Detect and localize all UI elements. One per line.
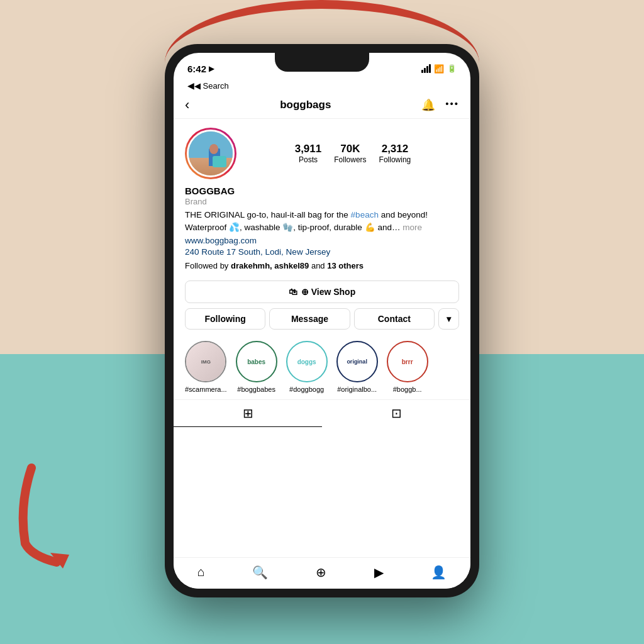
following-button[interactable]: Following	[185, 308, 265, 330]
back-navigation[interactable]: ◀ ◀ Search	[174, 80, 470, 94]
dropdown-icon: ▾	[447, 314, 451, 324]
posts-stat[interactable]: 3,911 Posts	[295, 143, 322, 164]
display-name: BOGGBAG	[185, 186, 459, 196]
highlight-circle: original	[336, 341, 378, 382]
grid-icon: ⊞	[243, 406, 253, 421]
tag-icon: ⊡	[391, 406, 402, 421]
avatar	[187, 130, 235, 177]
highlight-label: #scammera...	[185, 386, 227, 393]
profile-category: Brand	[185, 197, 459, 206]
message-label: Message	[291, 314, 328, 324]
notification-bell-icon[interactable]: 🔔	[421, 98, 435, 112]
address: 240 Route 17 South, Lodi, New Jersey	[185, 247, 459, 258]
followers-count: 70K	[334, 143, 366, 155]
highlight-item[interactable]: babes #boggbabes	[236, 341, 277, 393]
back-button[interactable]: ‹	[185, 97, 189, 113]
highlight-circle: brrr	[387, 341, 428, 382]
profile-tab[interactable]: 👤	[431, 565, 447, 580]
profile-bio: BOGGBAG Brand THE ORIGINAL go-to, haul-i…	[174, 186, 470, 277]
follower-2[interactable]: ashkel89	[274, 261, 309, 270]
shop-icon: 🛍	[289, 287, 297, 297]
followed-by: Followed by drakehmh, ashkel89 and 13 ot…	[185, 261, 459, 270]
search-tab[interactable]: 🔍	[252, 565, 268, 580]
highlight-item[interactable]: original #originalbo...	[336, 341, 378, 393]
highlight-label: #boggbabes	[237, 386, 275, 393]
battery-icon: 🔋	[447, 64, 457, 73]
signal-icon	[421, 64, 431, 73]
following-label: Following	[379, 155, 411, 164]
following-label: Following	[205, 314, 246, 324]
highlight-text: original	[347, 358, 367, 365]
followers-label: Followers	[334, 155, 366, 164]
contact-button[interactable]: Contact	[354, 308, 435, 330]
followers-stat[interactable]: 70K Followers	[334, 143, 366, 164]
highlight-label: #originalbo...	[337, 386, 377, 393]
highlight-circle: babes	[236, 341, 277, 382]
phone-frame: 6:42 ▶ 📶 🔋 ◀ ◀ Search ‹ boggbags	[165, 44, 479, 597]
highlight-text: babes	[247, 358, 265, 365]
avatar-container[interactable]	[185, 128, 236, 179]
back-label: ◀ Search	[194, 81, 229, 91]
action-buttons: 🛍 ⊕ View Shop Following Message Contact …	[174, 277, 470, 335]
highlight-label: #boggb...	[393, 386, 422, 393]
new-post-tab[interactable]: ⊕	[316, 565, 326, 580]
tagged-tab[interactable]: ⊡	[322, 400, 470, 427]
view-shop-label: ⊕ View Shop	[301, 287, 355, 297]
reels-tab[interactable]: ▶	[374, 565, 384, 580]
profile-stats: 3,911 Posts 70K Followers 2,312 Followin…	[247, 143, 459, 164]
status-time: 6:42 ▶	[187, 64, 214, 74]
phone-screen: 6:42 ▶ 📶 🔋 ◀ ◀ Search ‹ boggbags	[174, 53, 470, 589]
follow-row: Following Message Contact ▾	[185, 308, 459, 330]
profile-scroll-area: 3,911 Posts 70K Followers 2,312 Followin…	[174, 119, 470, 564]
content-tabs: ⊞ ⊡	[174, 399, 470, 427]
time-display: 6:42	[187, 64, 206, 74]
more-options-icon[interactable]: •••	[445, 98, 459, 112]
avatar-photo	[189, 131, 233, 175]
website-link[interactable]: www.boggbag.com	[185, 236, 459, 245]
highlight-label: #doggbogg	[289, 386, 324, 393]
dropdown-button[interactable]: ▾	[438, 308, 459, 330]
location-icon: ▶	[209, 65, 214, 73]
highlight-circle: doggs	[286, 341, 328, 382]
more-link[interactable]: more	[402, 223, 422, 232]
message-button[interactable]: Message	[269, 308, 350, 330]
posts-label: Posts	[295, 155, 322, 164]
highlight-item[interactable]: brrr #boggb...	[387, 341, 428, 393]
highlight-circle: IMG	[185, 341, 226, 382]
arrow-decoration	[13, 455, 138, 569]
status-icons: 📶 🔋	[421, 64, 457, 74]
profile-header: 3,911 Posts 70K Followers 2,312 Followin…	[174, 119, 470, 186]
story-highlights: IMG #scammera... babes #boggbabes doggs	[174, 335, 470, 399]
bottom-tab-bar: ⌂ 🔍 ⊕ ▶ 👤	[174, 557, 470, 589]
home-tab[interactable]: ⌂	[197, 565, 205, 579]
highlight-item[interactable]: IMG #scammera...	[185, 341, 227, 393]
following-count: 2,312	[379, 143, 411, 155]
wifi-icon: 📶	[434, 64, 444, 74]
nav-right-icons: 🔔 •••	[421, 98, 459, 112]
posts-count: 3,911	[295, 143, 322, 155]
highlight-item[interactable]: doggs #doggbogg	[286, 341, 328, 393]
phone-notch	[275, 53, 369, 72]
follower-count: 13 others	[327, 261, 364, 270]
profile-username: boggbags	[280, 99, 331, 111]
highlight-text: brrr	[402, 358, 413, 365]
back-arrow-icon: ◀	[187, 80, 194, 91]
hashtag-beach[interactable]: #beach	[351, 210, 379, 219]
grid-tab[interactable]: ⊞	[174, 400, 322, 427]
navigation-bar: ‹ boggbags 🔔 •••	[174, 94, 470, 119]
view-shop-button[interactable]: 🛍 ⊕ View Shop	[185, 280, 459, 303]
contact-label: Contact	[378, 314, 411, 324]
follower-1[interactable]: drakehmh,	[231, 261, 272, 270]
bio-description: THE ORIGINAL go-to, haul-it-all bag for …	[185, 209, 459, 233]
following-stat[interactable]: 2,312 Following	[379, 143, 411, 164]
highlight-text: doggs	[297, 358, 316, 365]
